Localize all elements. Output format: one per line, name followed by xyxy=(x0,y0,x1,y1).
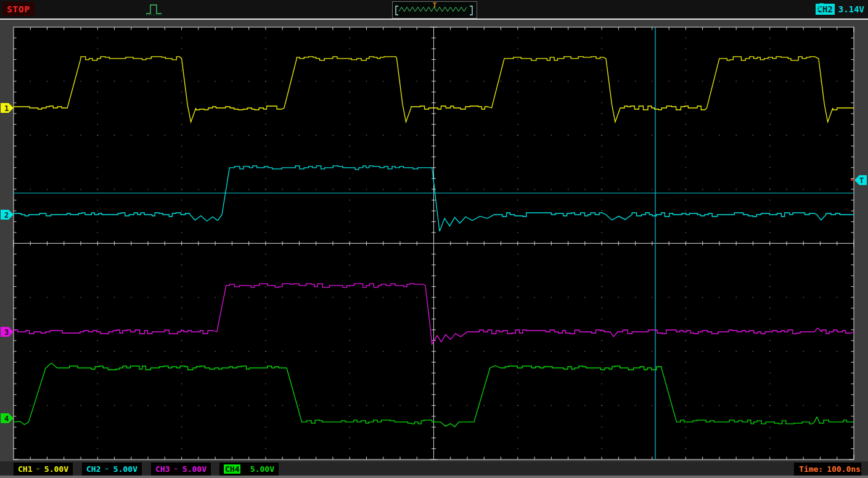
ch3-ground-marker[interactable]: 3 xyxy=(1,327,14,337)
ch3-scale-badge: CH3 5.00V xyxy=(151,463,211,476)
svg-text:4: 4 xyxy=(4,414,9,423)
dc-coupling-icon xyxy=(36,466,39,472)
timebase-label: Time: xyxy=(799,464,823,474)
dc-coupling-icon xyxy=(245,466,245,472)
ch1-label: CH1 xyxy=(18,464,32,474)
graticule xyxy=(14,27,854,459)
bottom-bezel-strip xyxy=(0,476,868,478)
svg-text:1: 1 xyxy=(4,104,9,113)
ch3-label: CH3 xyxy=(155,464,170,474)
timebase-badge: Time: 100.0ns xyxy=(794,463,861,476)
svg-text:T: T xyxy=(859,176,864,185)
ch4-scale-value: 5.00V xyxy=(250,464,274,474)
dc-coupling-icon xyxy=(105,466,108,472)
timebase-value: 100.0ns xyxy=(827,464,861,474)
ch3-scale-value: 5.00V xyxy=(182,464,207,474)
ch2-scale-badge: CH2 5.00V xyxy=(82,463,142,476)
ch2-scale-value: 5.00V xyxy=(113,464,137,474)
graticule-and-traces: 1 2 3 4 T xyxy=(0,0,868,478)
svg-text:3: 3 xyxy=(4,328,9,337)
ch4-scale-badge: CH4 5.00V xyxy=(219,463,279,476)
ch2-ground-marker[interactable]: 2 xyxy=(1,210,14,220)
oscilloscope-screen: STOP T CH2 3.14V xyxy=(0,0,868,478)
svg-text:2: 2 xyxy=(4,211,9,220)
ch1-ground-marker[interactable]: 1 xyxy=(1,103,14,113)
dc-coupling-icon xyxy=(174,466,178,472)
ch1-scale-badge: CH1 5.00V xyxy=(14,463,73,476)
ch4-label: CH4 xyxy=(224,464,240,474)
ch4-ground-marker[interactable]: 4 xyxy=(1,413,14,423)
ch1-scale-value: 5.00V xyxy=(44,464,68,474)
ch2-label: CH2 xyxy=(86,464,100,474)
